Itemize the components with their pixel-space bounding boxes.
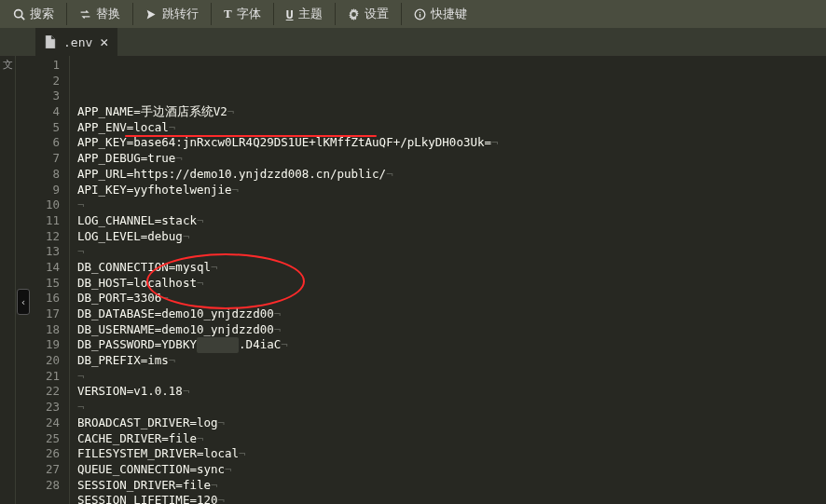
- eol-marker: ¬: [281, 337, 288, 351]
- search-icon: [13, 8, 25, 20]
- eol-marker: ¬: [232, 183, 240, 197]
- code-line: DB_PORT=3306¬: [77, 291, 826, 306]
- code-line: SESSION_DRIVER=file¬: [77, 478, 826, 494]
- code-line: ¬: [77, 244, 826, 260]
- line-number: 4: [25, 104, 60, 120]
- code-line: CACHE_DRIVER=file¬: [77, 431, 826, 447]
- close-icon[interactable]: ✕: [100, 34, 108, 50]
- toolbar-shortcut[interactable]: 快捷键: [405, 0, 476, 28]
- side-panel-stub: 文: [0, 56, 16, 504]
- eol-marker: ¬: [225, 462, 232, 476]
- eol-marker: ¬: [161, 291, 169, 305]
- eol-marker: ¬: [183, 229, 190, 243]
- toolbar-goto[interactable]: 跳转行: [136, 0, 208, 28]
- eol-marker: ¬: [239, 446, 246, 460]
- eol-marker: ¬: [491, 135, 499, 149]
- eol-marker: ¬: [169, 120, 176, 134]
- toolbar-label: 跳转行: [162, 6, 199, 22]
- line-number: 13: [25, 244, 60, 260]
- highlight-underline: [125, 135, 377, 137]
- line-number: 28: [25, 478, 60, 494]
- line-number: 20: [25, 353, 60, 369]
- eol-marker: ¬: [77, 369, 85, 383]
- line-number: 22: [25, 384, 60, 400]
- toolbar-theme[interactable]: U 主题: [277, 0, 332, 28]
- eol-marker: ¬: [183, 384, 190, 398]
- toolbar-font[interactable]: T 字体: [214, 0, 270, 28]
- code-line: ¬: [77, 198, 826, 213]
- code-line: ¬: [77, 400, 826, 415]
- eol-marker: ¬: [218, 493, 226, 504]
- eol-marker: ¬: [77, 198, 85, 211]
- font-icon: T: [224, 7, 232, 21]
- line-number: 16: [25, 291, 60, 306]
- code-line: APP_ENV=local¬: [77, 120, 826, 136]
- toolbar-settings[interactable]: 设置: [338, 0, 398, 28]
- eol-marker: ¬: [211, 260, 218, 274]
- replace-icon: [79, 8, 91, 20]
- toolbar-label: 主题: [298, 6, 323, 22]
- divider: [211, 3, 212, 25]
- line-number: 21: [25, 369, 60, 385]
- goto-icon: [145, 8, 158, 20]
- code-line: APP_URL=https://demo10.ynjdzzd008.cn/pub…: [77, 167, 826, 183]
- line-number: 8: [25, 167, 60, 183]
- code-line: APP_NAME=手边酒店系统V2¬: [77, 104, 826, 120]
- line-number: 7: [25, 151, 60, 167]
- panel-collapse-handle[interactable]: ‹: [17, 289, 30, 315]
- code-line: APP_DEBUG=true¬: [77, 151, 826, 167]
- line-number: 17: [25, 306, 60, 322]
- eol-marker: ¬: [386, 167, 393, 181]
- code-line: ¬: [77, 369, 826, 385]
- divider: [132, 3, 133, 25]
- line-number: 25: [25, 431, 60, 447]
- line-number: 19: [25, 337, 60, 353]
- code-line: DB_PREFIX=ims¬: [77, 353, 826, 369]
- code-line: DB_HOST=localhost¬: [77, 276, 826, 292]
- code-line: BROADCAST_DRIVER=log¬: [77, 415, 826, 431]
- code-line: QUEUE_CONNECTION=sync¬: [77, 462, 826, 478]
- divider: [335, 3, 336, 25]
- code-line: APP_KEY=base64:jnRxcw0LR4Q29DS1UE+lKMffZ…: [77, 135, 826, 151]
- toolbar-replace[interactable]: 替换: [70, 0, 130, 28]
- line-number: 23: [25, 400, 60, 415]
- line-number: 6: [25, 135, 60, 151]
- line-number: 9: [25, 183, 60, 198]
- tab-filename: .env: [63, 35, 92, 49]
- eol-marker: ¬: [197, 213, 204, 227]
- line-number: 12: [25, 229, 60, 245]
- line-number: 18: [25, 322, 60, 338]
- eol-marker: ¬: [227, 104, 235, 118]
- eol-marker: ¬: [197, 431, 204, 445]
- line-number: 26: [25, 446, 60, 462]
- settings-icon: [348, 8, 360, 20]
- file-icon: [45, 35, 56, 48]
- line-number-gutter: 1234567891011121314151617181920212223242…: [25, 56, 70, 504]
- toolbar-label: 替换: [96, 6, 120, 22]
- eol-marker: ¬: [211, 478, 218, 492]
- toolbar-label: 字体: [237, 6, 261, 22]
- code-line: DB_PASSWORD=YDBKY██████.D4iaC¬: [77, 337, 826, 353]
- divider: [401, 3, 402, 25]
- code-editor[interactable]: APP_NAME=手边酒店系统V2¬APP_ENV=local¬APP_KEY=…: [70, 56, 826, 504]
- eol-marker: ¬: [197, 276, 204, 290]
- svg-line-1: [21, 16, 24, 19]
- code-line: FILESYSTEM_DRIVER=local¬: [77, 446, 826, 462]
- side-panel-label: 文: [3, 58, 13, 72]
- toolbar: 搜索 替换 跳转行 T 字体 U 主题 设置 快捷键: [0, 0, 826, 28]
- code-line: DB_CONNECTION=mysql¬: [77, 260, 826, 276]
- code-line: LOG_LEVEL=debug¬: [77, 229, 826, 245]
- toolbar-label: 设置: [365, 6, 389, 22]
- line-number: 24: [25, 415, 60, 431]
- toolbar-label: 快捷键: [431, 6, 467, 22]
- divider: [66, 3, 67, 25]
- tab-env-file[interactable]: .env ✕: [35, 28, 117, 56]
- line-number: 11: [25, 213, 60, 229]
- line-number: 5: [25, 120, 60, 136]
- divider: [273, 3, 274, 25]
- eol-marker: ¬: [175, 151, 183, 165]
- eol-marker: ¬: [169, 353, 176, 367]
- code-line: API_KEY=yyfhotelwenjie¬: [77, 183, 826, 198]
- code-line: SESSION_LIFETIME=120¬: [77, 493, 826, 504]
- toolbar-search[interactable]: 搜索: [4, 0, 63, 28]
